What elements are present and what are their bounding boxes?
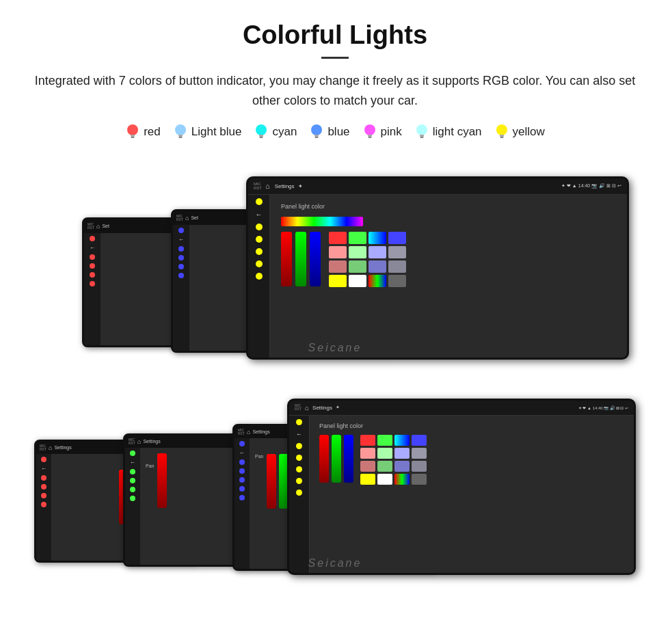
svg-rect-11 <box>315 137 319 138</box>
panel-label-top: Panel light color <box>281 203 616 210</box>
svg-rect-13 <box>368 135 372 137</box>
svg-point-9 <box>311 124 322 135</box>
panel-label-bottom: Panel light color <box>319 422 624 429</box>
title-section: Colorful Lights Integrated with 7 colors… <box>27 21 643 111</box>
bulb-icon-cyan <box>254 123 269 141</box>
svg-rect-1 <box>131 135 135 137</box>
bulb-icon-blue <box>309 123 324 141</box>
color-label-cyan: cyan <box>272 125 297 139</box>
svg-rect-14 <box>368 137 371 138</box>
page-container: Colorful Lights Integrated with 7 colors… <box>0 0 670 595</box>
svg-rect-5 <box>178 137 182 138</box>
color-label-lightcyan: light cyan <box>433 125 482 139</box>
svg-rect-19 <box>500 135 504 137</box>
bottom-screenshot-group: MICRST ⌂ Settings ← <box>27 373 643 575</box>
color-pill-red: red <box>125 123 161 141</box>
bulb-icon-pink <box>362 123 377 141</box>
color-pill-lightblue: Light blue <box>173 123 242 141</box>
svg-rect-4 <box>178 135 183 137</box>
svg-rect-17 <box>420 137 423 138</box>
svg-point-12 <box>364 124 375 135</box>
svg-rect-2 <box>131 137 135 138</box>
svg-point-6 <box>256 124 267 135</box>
svg-point-15 <box>416 124 427 135</box>
top-screenshot-group: MICRST ⌂ Set ← MICRST ⌂ <box>27 161 643 360</box>
color-pill-pink: pink <box>362 123 402 141</box>
color-label-lightblue: Light blue <box>191 125 242 139</box>
page-description: Integrated with 7 colors of button indic… <box>27 71 643 111</box>
bulb-icon-red <box>125 123 140 141</box>
svg-rect-8 <box>260 137 263 138</box>
bulb-icon-lightblue <box>173 123 188 141</box>
svg-point-3 <box>175 124 186 135</box>
bulb-icon-yellow <box>494 123 509 141</box>
color-pills: red Light blue cyan <box>27 123 643 141</box>
svg-rect-7 <box>259 135 263 137</box>
color-pill-cyan: cyan <box>254 123 297 141</box>
page-title: Colorful Lights <box>27 21 643 50</box>
color-label-blue: blue <box>327 125 349 139</box>
color-pill-lightcyan: light cyan <box>414 123 482 141</box>
color-pill-blue: blue <box>309 123 349 141</box>
bulb-icon-lightcyan <box>414 123 429 141</box>
svg-rect-16 <box>420 135 424 137</box>
device-front-top: MICRST ⌂ Settings ✦ ✦ ❤ ▲ 14:40 📷 🔊 ⊠ ⊟ … <box>246 176 629 360</box>
svg-point-0 <box>127 124 138 135</box>
color-label-red: red <box>144 125 161 139</box>
svg-rect-20 <box>500 137 503 138</box>
device-front-bottom: MICRST ⌂ Settings ✦ ✦ ❤ ▲ 14:40 📷 🔊 ⊠ ⊟ … <box>287 399 636 575</box>
title-divider <box>321 57 349 59</box>
color-label-pink: pink <box>381 125 402 139</box>
svg-point-18 <box>496 124 507 135</box>
color-pill-yellow: yellow <box>494 123 545 141</box>
color-label-yellow: yellow <box>513 125 545 139</box>
svg-rect-10 <box>314 135 319 137</box>
